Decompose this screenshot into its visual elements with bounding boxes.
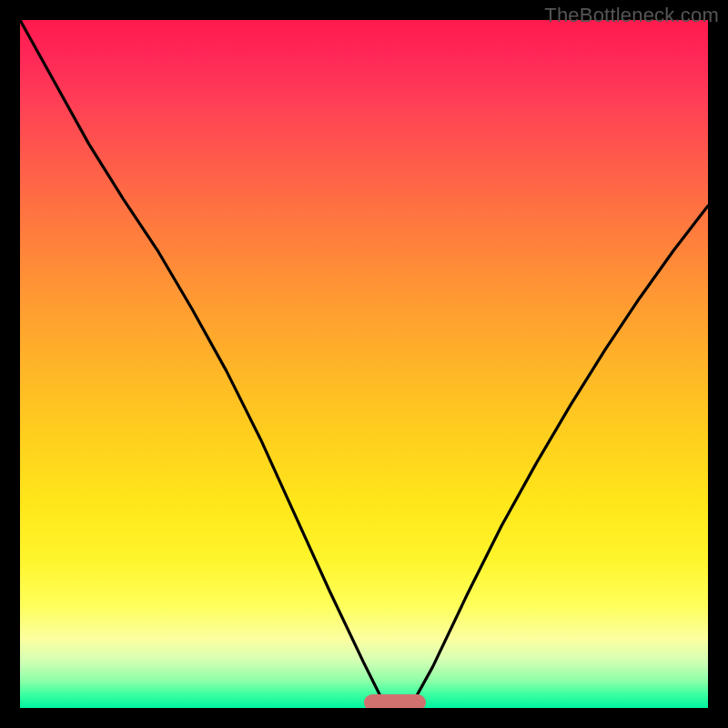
watermark-text: TheBottleneck.com: [544, 4, 719, 27]
bottleneck-curve: [20, 20, 708, 708]
plot-area: [20, 20, 708, 708]
optimal-range-marker: [364, 694, 426, 708]
chart-frame: TheBottleneck.com: [0, 0, 728, 728]
